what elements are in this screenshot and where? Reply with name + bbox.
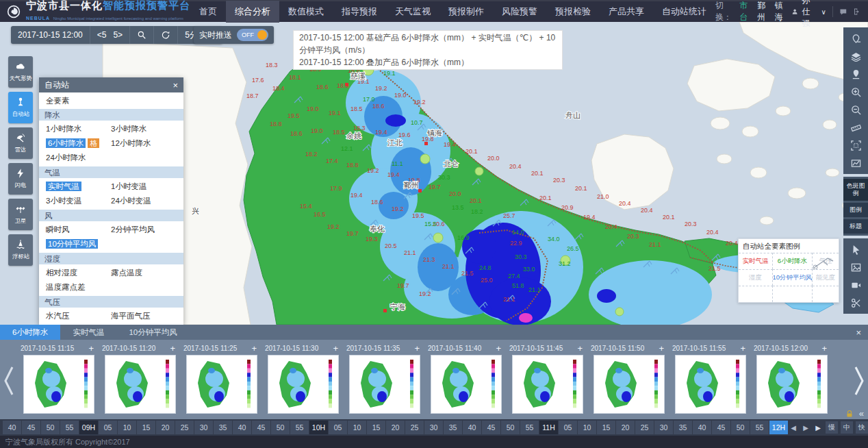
thumbnail-image[interactable] — [23, 355, 94, 414]
panel-item-3-1[interactable]: 露点温度 — [111, 266, 183, 280]
thumbnail-image[interactable] — [186, 355, 257, 414]
next-frame-button[interactable]: ▶ — [801, 424, 810, 432]
add-overlay-button[interactable]: + — [88, 343, 94, 353]
nav-item-4[interactable]: 天气监视 — [386, 1, 439, 23]
time-cell-25[interactable]: 25 — [405, 421, 424, 434]
thumbnail-image[interactable] — [268, 355, 339, 414]
nav-item-1[interactable]: 综合分析 — [226, 1, 279, 23]
add-overlay-button[interactable]: + — [333, 343, 338, 353]
message-icon[interactable] — [839, 6, 847, 17]
toggle-1[interactable]: 图例 — [843, 203, 868, 217]
pin-tool-icon[interactable] — [845, 29, 866, 47]
panel-item-2-0[interactable]: 瞬时风 — [46, 223, 111, 237]
time-cell-05[interactable]: 05 — [99, 421, 117, 434]
panel-item-3-0[interactable]: 相对湿度 — [46, 266, 111, 280]
carousel-prev-icon[interactable] — [1, 363, 16, 399]
time-cell-10[interactable]: 10 — [578, 421, 596, 434]
thumbnail-image[interactable] — [105, 355, 176, 414]
time-cell-10H[interactable]: 10H — [309, 421, 328, 434]
sidebar-item-radar[interactable]: 雷达 — [8, 127, 33, 159]
time-cell-55[interactable]: 55 — [750, 421, 769, 434]
close-icon[interactable]: × — [173, 80, 178, 90]
panel-item-0-2[interactable]: 6小时降水格 — [46, 136, 111, 151]
select-area-icon[interactable] — [845, 136, 866, 154]
time-cell-35[interactable]: 35 — [214, 421, 232, 434]
panel-item-1-2[interactable]: 3小时变温 — [46, 194, 111, 208]
add-overlay-button[interactable]: + — [740, 343, 745, 353]
zoom-out-icon[interactable] — [845, 101, 866, 119]
time-cell-30[interactable]: 30 — [194, 421, 213, 434]
panel-item-1-3[interactable]: 24小时变温 — [111, 194, 183, 208]
thumbnail-image[interactable] — [512, 355, 583, 414]
time-cell-55[interactable]: 55 — [290, 421, 309, 434]
time-cell-45[interactable]: 45 — [482, 421, 500, 434]
time-cell-40[interactable]: 40 — [693, 421, 711, 434]
add-overlay-button[interactable]: + — [414, 343, 420, 353]
panel-item-0-0[interactable]: 1小时降水 — [46, 122, 111, 136]
nav-item-5[interactable]: 预报制作 — [439, 1, 493, 23]
panel-item-4-1[interactable]: 海平面气压 — [111, 309, 183, 323]
bottom-tab-2[interactable]: 10分钟平均风 — [116, 325, 189, 340]
marker-icon[interactable] — [845, 65, 866, 83]
user-menu[interactable]: 孙仕强 ∨ — [791, 0, 826, 29]
push-toggle[interactable]: OFF — [237, 29, 268, 41]
time-cell-50[interactable]: 50 — [41, 421, 60, 434]
time-cell-30[interactable]: 30 — [424, 421, 443, 434]
bottom-tab-0[interactable]: 6小时降水 — [0, 325, 60, 340]
thumbnail-image[interactable] — [593, 355, 665, 414]
zoom-in-icon[interactable] — [845, 83, 866, 101]
add-overlay-button[interactable]: + — [659, 343, 664, 353]
layers-icon[interactable] — [845, 47, 866, 65]
sidebar-item-cloud[interactable]: 天气形势 — [8, 56, 33, 88]
thumbnail-image[interactable] — [756, 355, 828, 414]
time-cell-15[interactable]: 15 — [367, 421, 385, 434]
search-button[interactable] — [130, 26, 154, 44]
all-elements-item[interactable]: 全要素 — [39, 92, 183, 109]
time-cell-30[interactable]: 30 — [654, 421, 673, 434]
add-overlay-button[interactable]: + — [170, 343, 175, 353]
panel-item-1-1[interactable]: 1小时变温 — [111, 179, 183, 194]
speed-button-0[interactable]: 慢 — [826, 421, 838, 434]
nav-item-6[interactable]: 风险预警 — [493, 1, 546, 23]
time-cell-50[interactable]: 50 — [501, 421, 520, 434]
lock-icon[interactable] — [845, 410, 854, 418]
time-cell-35[interactable]: 35 — [674, 421, 692, 434]
time-cell-55[interactable]: 55 — [60, 421, 79, 434]
video-icon[interactable] — [845, 276, 866, 294]
time-cell-09H[interactable]: 09H — [79, 421, 98, 434]
panel-item-0-4[interactable]: 24小时降水 — [46, 151, 111, 165]
carousel-next-icon[interactable] — [852, 363, 867, 399]
time-cell-45[interactable]: 45 — [22, 421, 40, 434]
time-cell-15[interactable]: 15 — [597, 421, 615, 434]
time-cell-05[interactable]: 05 — [559, 421, 577, 434]
chart-image-icon[interactable] — [845, 154, 866, 172]
time-cell-40[interactable]: 40 — [233, 421, 251, 434]
speed-button-1[interactable]: 中 — [841, 421, 853, 434]
time-cell-05[interactable]: 05 — [329, 421, 347, 434]
time-cell-35[interactable]: 35 — [444, 421, 462, 434]
panel-item-3-2[interactable]: 温度露点差 — [46, 280, 111, 295]
time-cell-10[interactable]: 10 — [118, 421, 136, 434]
time-cell-55[interactable]: 55 — [520, 421, 539, 434]
panel-item-2-2[interactable]: 10分钟平均风 — [46, 237, 111, 251]
thumbnail-image[interactable] — [431, 355, 502, 414]
time-cell-25[interactable]: 25 — [175, 421, 194, 434]
scissors-icon[interactable] — [845, 294, 866, 312]
time-cell-20[interactable]: 20 — [616, 421, 635, 434]
sidebar-item-buoy[interactable]: 浮标站 — [8, 234, 33, 266]
time-cell-45[interactable]: 45 — [712, 421, 730, 434]
time-cell-25[interactable]: 25 — [635, 421, 654, 434]
panel-item-0-3[interactable]: 12小时降水 — [111, 136, 183, 151]
time-cell-45[interactable]: 45 — [252, 421, 270, 434]
time-cell-20[interactable]: 20 — [156, 421, 175, 434]
refresh-button[interactable] — [154, 26, 178, 44]
nav-item-2[interactable]: 数值模式 — [279, 1, 333, 23]
add-overlay-button[interactable]: + — [821, 343, 827, 353]
panel-item-0-1[interactable]: 3小时降水 — [111, 122, 183, 136]
time-cell-15[interactable]: 15 — [137, 421, 155, 434]
sidebar-item-station[interactable]: 自动站 — [8, 92, 33, 123]
step-forward-button[interactable]: 5> — [113, 30, 123, 40]
switch-station-2[interactable]: 镇海 — [775, 0, 786, 23]
switch-station-0[interactable]: 市台 — [739, 0, 750, 23]
ruler-icon[interactable] — [845, 119, 866, 136]
